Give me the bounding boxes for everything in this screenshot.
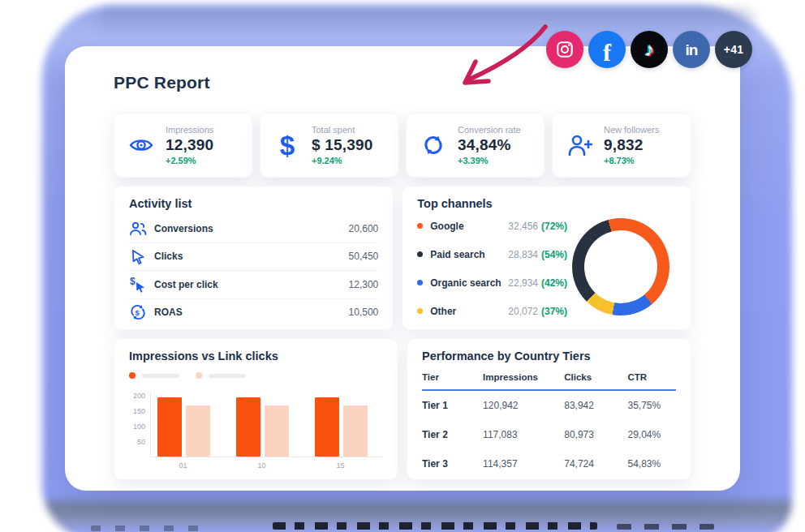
y-tick: 150: [133, 408, 145, 415]
tiktok-icon[interactable]: ♪: [631, 31, 668, 68]
channel-percent: (72%): [541, 221, 567, 232]
list-item-value: 12,300: [349, 279, 379, 290]
kpi-text: New followers 9,832 +8.73%: [604, 125, 659, 165]
x-axis: 01 10 15: [150, 461, 383, 470]
x-tick: 10: [235, 461, 288, 470]
bar-group: [315, 397, 368, 457]
legend-dot: [196, 372, 202, 379]
channels-donut: [572, 218, 669, 315]
list-item-label: Conversions: [154, 223, 213, 234]
list-item: $ ROAS 10,500: [129, 299, 378, 327]
y-tick: 50: [137, 439, 145, 446]
table-row: Tier 1 120,942 83,942 35,75%: [422, 391, 676, 420]
background-glitch-marks: [273, 522, 597, 530]
column-header: Impressions: [483, 372, 564, 382]
cell-ctr: 29,04%: [628, 429, 676, 440]
page: PPC Report Impressions 12,390 +2.59%: [0, 0, 805, 532]
list-item: Conversions 20,600: [129, 215, 378, 243]
cell-impressions: 114,357: [483, 458, 564, 470]
people-icon: [129, 221, 147, 236]
cursor-icon: [129, 249, 147, 264]
list-item: Other 20,072 (37%): [417, 297, 567, 325]
legend-dot: [129, 372, 136, 379]
tiktok-glyph: ♪: [644, 40, 654, 59]
kpi-delta: +3.39%: [458, 156, 521, 165]
kpi-delta: +8.73%: [604, 156, 659, 165]
bar-impressions: [236, 397, 260, 457]
cell-tier: Tier 2: [422, 429, 483, 440]
legend-dot: [417, 308, 423, 314]
instagram-icon[interactable]: [546, 31, 583, 68]
list-item: Google 32,456 (72%): [417, 212, 567, 240]
kpi-value: 12,390: [166, 136, 213, 154]
legend-item: [196, 372, 246, 379]
bar-link-clicks: [186, 405, 210, 457]
background-glitch-marks: [91, 526, 213, 531]
channels-title: Top channels: [417, 197, 676, 210]
channel-percent: (54%): [541, 249, 567, 260]
facebook-glyph: f: [603, 41, 611, 65]
linkedin-icon[interactable]: in: [673, 31, 710, 68]
channel-value: 22,934: [508, 277, 538, 289]
svg-text:$: $: [130, 277, 136, 287]
list-item: Organic search 22,934 (42%): [417, 268, 567, 297]
legend-dot: [417, 223, 423, 229]
list-item: Clicks 50,450: [129, 243, 378, 272]
channel-label: Other: [430, 306, 508, 317]
x-tick: 01: [157, 461, 209, 470]
cell-clicks: 80,973: [564, 429, 627, 440]
facebook-icon[interactable]: f: [588, 31, 626, 68]
roas-icon: $: [129, 304, 147, 320]
legend-label-placeholder: [142, 374, 179, 378]
x-tick: 15: [314, 461, 367, 470]
channels-panel: Top channels Google 32,456 (72%) Paid se…: [402, 186, 691, 330]
country-tiers-table: Tier Impressions Clicks CTR Tier 1 120,9…: [422, 372, 676, 478]
cell-ctr: 54,83%: [628, 458, 676, 470]
kpi-text: Total spent $ 15,390 +9.24%: [312, 125, 373, 165]
bar-chart-title: Impressions vs Link clicks: [129, 350, 383, 363]
kpi-label: New followers: [604, 125, 659, 135]
kpi-delta: +2.59%: [166, 156, 213, 165]
table-header-row: Tier Impressions Clicks CTR: [422, 372, 676, 391]
cell-tier: Tier 3: [422, 458, 483, 470]
column-header: Tier: [422, 372, 483, 382]
channel-percent: (37%): [541, 306, 567, 317]
table-title: Performance by Country Tiers: [422, 350, 676, 363]
background-glitch-marks: [617, 524, 714, 530]
kpi-text: Conversion rate 34,84% +3.39%: [458, 125, 521, 165]
kpi-card-impressions: Impressions 12,390 +2.59%: [114, 113, 253, 178]
kpi-card-total-spent: $ Total spent $ 15,390 +9.24%: [260, 113, 399, 178]
cell-impressions: 117,083: [483, 429, 564, 440]
list-item-value: 10,500: [349, 307, 379, 318]
kpi-label: Total spent: [312, 125, 373, 135]
cell-clicks: 74,724: [564, 458, 627, 470]
y-axis: 200 150 100 50: [129, 392, 150, 457]
bar-link-clicks: [265, 405, 289, 457]
sync-icon: [417, 133, 450, 157]
kpi-delta: +9.24%: [312, 156, 373, 165]
y-tick: 100: [133, 423, 145, 431]
kpi-card-conversion-rate: Conversion rate 34,84% +3.39%: [406, 113, 545, 178]
cell-tier: Tier 1: [422, 400, 483, 411]
table-row: Tier 3 114,357 74,724 54,83%: [422, 449, 676, 478]
linkedin-glyph: in: [686, 42, 698, 58]
eye-icon: [125, 135, 157, 155]
social-icons: f ♪ in +41: [546, 31, 752, 68]
legend-dot: [417, 251, 423, 257]
channel-label: Organic search: [430, 277, 508, 289]
legend-item: [129, 372, 179, 379]
hand-drawn-arrow-icon: [446, 21, 550, 97]
channel-value: 28,834: [508, 249, 538, 260]
channel-label: Paid search: [430, 249, 508, 260]
kpi-card-new-followers: New followers 9,832 +8.73%: [552, 113, 691, 178]
table-panel: Performance by Country Tiers Tier Impres…: [407, 338, 691, 480]
kpi-label: Conversion rate: [458, 125, 521, 135]
more-networks-badge[interactable]: +41: [715, 31, 752, 68]
kpi-row: Impressions 12,390 +2.59% $ Total spent …: [114, 113, 691, 178]
channel-value: 32,456: [508, 221, 538, 232]
list-item: Paid search 28,834 (54%): [417, 240, 567, 268]
kpi-value: $ 15,390: [312, 136, 373, 154]
bar-impressions: [157, 397, 182, 457]
cell-impressions: 120,942: [483, 400, 564, 411]
plot-area: [150, 392, 383, 457]
